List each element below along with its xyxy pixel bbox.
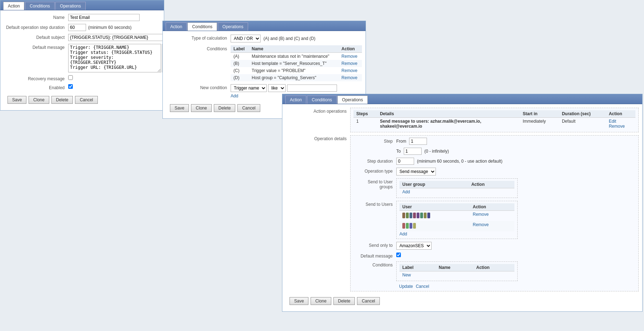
- recovery-label: Recovery message: [4, 75, 68, 81]
- send-users-table: User Action Remove: [399, 203, 514, 231]
- op-step: 1: [353, 118, 377, 130]
- col-startin: Start in: [520, 110, 559, 118]
- to-label: To: [396, 149, 401, 154]
- col-duration: Duration (sec): [559, 110, 606, 118]
- send-users-row: Send to Users User Action: [353, 201, 635, 239]
- cancel-button-p3[interactable]: Cancel: [357, 297, 379, 305]
- users-add-link[interactable]: Add: [399, 231, 407, 236]
- save-button-p2[interactable]: Save: [170, 104, 189, 112]
- tab-action-p3[interactable]: Action: [285, 96, 306, 104]
- message-label: Default message: [4, 44, 68, 50]
- to-spacer: [353, 148, 396, 149]
- cond-name: Host group = "Capturing_Servers": [249, 74, 339, 81]
- condition-row: (D) Host group = "Capturing_Servers" Rem…: [231, 74, 362, 81]
- send-only-select[interactable]: AmazonSES: [396, 242, 432, 250]
- name-input[interactable]: [68, 14, 140, 21]
- message-textarea[interactable]: Trigger: {TRIGGER.NAME} Trigger status: …: [68, 44, 161, 72]
- step-dur-label: Step duration: [353, 158, 396, 164]
- recovery-checkbox[interactable]: [68, 75, 73, 80]
- ug-col-group: User group: [399, 181, 468, 188]
- cancel-button-p2[interactable]: Cancel: [237, 104, 260, 112]
- col-details: Details: [377, 110, 520, 118]
- add-condition-link[interactable]: Add: [231, 93, 238, 98]
- step-duration-input[interactable]: [68, 24, 86, 31]
- new-condition-value-input[interactable]: [287, 85, 337, 92]
- delete-button-p2[interactable]: Delete: [214, 104, 236, 112]
- panel3-tab-bar: Action Conditions Operations: [282, 94, 642, 104]
- op-action[interactable]: EditRemove: [606, 118, 635, 130]
- clone-button-p3[interactable]: Clone: [311, 297, 331, 305]
- clone-button-p1[interactable]: Clone: [29, 96, 49, 104]
- update-link[interactable]: Update: [399, 284, 413, 289]
- cond-action[interactable]: Remove: [339, 74, 362, 81]
- tab-conditions-p3[interactable]: Conditions: [307, 96, 337, 104]
- delete-button-p1[interactable]: Delete: [51, 96, 73, 104]
- tab-operations-p3[interactable]: Operations: [337, 96, 368, 104]
- svg-rect-5: [420, 213, 423, 218]
- step-duration-label: Default operation step duration: [4, 24, 68, 30]
- cond-name: Maintenance status not in "maintenance": [249, 53, 339, 60]
- cond-action[interactable]: Remove: [339, 67, 362, 74]
- cond-action[interactable]: Remove: [339, 60, 362, 67]
- from-input[interactable]: [409, 138, 427, 145]
- enabled-checkbox[interactable]: [68, 84, 73, 89]
- svg-rect-11: [413, 223, 416, 229]
- tab-operations-p2[interactable]: Operations: [218, 22, 248, 31]
- op-type-select[interactable]: Send message: [396, 168, 436, 175]
- op-details: Send message to users: azhar.malik@everc…: [377, 118, 520, 130]
- subject-input[interactable]: [68, 34, 168, 41]
- user-action-2[interactable]: Remove: [470, 221, 514, 231]
- default-msg-checkbox[interactable]: [396, 253, 401, 257]
- su-col-action: Action: [470, 203, 514, 211]
- svg-rect-7: [427, 213, 430, 218]
- new-condition-op-select[interactable]: like: [268, 84, 286, 92]
- name-row: Name: [4, 14, 160, 21]
- svg-rect-1: [406, 213, 409, 218]
- tab-conditions-p1[interactable]: Conditions: [25, 2, 55, 10]
- tab-operations-p1[interactable]: Operations: [55, 2, 86, 10]
- svg-rect-9: [406, 223, 409, 229]
- user-avatar-1: [399, 211, 470, 221]
- name-label: Name: [4, 14, 68, 20]
- step-to-row: To (0 - infinitely): [353, 148, 635, 155]
- send-only-label: Send only to: [353, 242, 396, 248]
- calc-type-select[interactable]: AND / OR: [231, 35, 261, 42]
- step-duration-hint: (minimum 60 seconds): [88, 25, 131, 30]
- col-action: Action: [339, 45, 362, 53]
- save-button-p3[interactable]: Save: [290, 297, 308, 305]
- action-ops-row: Action operations Steps Details Start in…: [286, 108, 639, 132]
- col-label: Label: [231, 45, 249, 53]
- to-input[interactable]: [404, 148, 422, 155]
- user-action-1[interactable]: Remove: [470, 211, 514, 221]
- step-dur-input[interactable]: [396, 158, 414, 165]
- recovery-row: Recovery message: [4, 75, 160, 81]
- cancel-op-link[interactable]: Cancel: [416, 284, 429, 289]
- user-avatar-img-2: [402, 222, 417, 229]
- user-groups-row: Send to User groups User group Action: [353, 178, 635, 198]
- conditions-table: Label Name Action (A) Maintenance status…: [231, 45, 362, 81]
- cond-label: (A): [231, 53, 249, 60]
- panel1-tab-bar: Action Conditions Operations: [0, 0, 164, 10]
- save-button-p1[interactable]: Save: [7, 96, 26, 104]
- tab-action-p1[interactable]: Action: [3, 2, 24, 10]
- cond-label: (C): [231, 67, 249, 74]
- cond-action[interactable]: Remove: [339, 53, 362, 60]
- user-groups-add-link[interactable]: Add: [402, 189, 410, 194]
- tab-action-p2[interactable]: Action: [166, 22, 187, 31]
- clone-button-p2[interactable]: Clone: [191, 104, 211, 112]
- ops-row: 1 Send message to users: azhar.malik@eve…: [353, 118, 635, 130]
- send-users-label: Send to Users: [353, 201, 396, 207]
- op-type-row: Operation type Send message: [353, 168, 635, 175]
- new-condition-type-select[interactable]: Trigger name: [231, 84, 267, 92]
- delete-button-p3[interactable]: Delete: [333, 297, 355, 305]
- op-conditions-new-link[interactable]: New: [402, 273, 411, 277]
- send-users-box: User Action Remove: [396, 201, 518, 239]
- subject-label: Default subject: [4, 34, 68, 40]
- panel1-buttons: Save Clone Delete Cancel: [4, 93, 160, 107]
- svg-rect-2: [409, 213, 412, 218]
- tab-conditions-p2[interactable]: Conditions: [187, 22, 217, 31]
- condition-row: (C) Trigger value = "PROBLEM" Remove: [231, 67, 362, 74]
- op-conditions-box: Label Name Action: [396, 261, 518, 281]
- calc-desc: (A) and (B) and (C) and (D): [263, 36, 315, 41]
- cancel-button-p1[interactable]: Cancel: [75, 96, 97, 104]
